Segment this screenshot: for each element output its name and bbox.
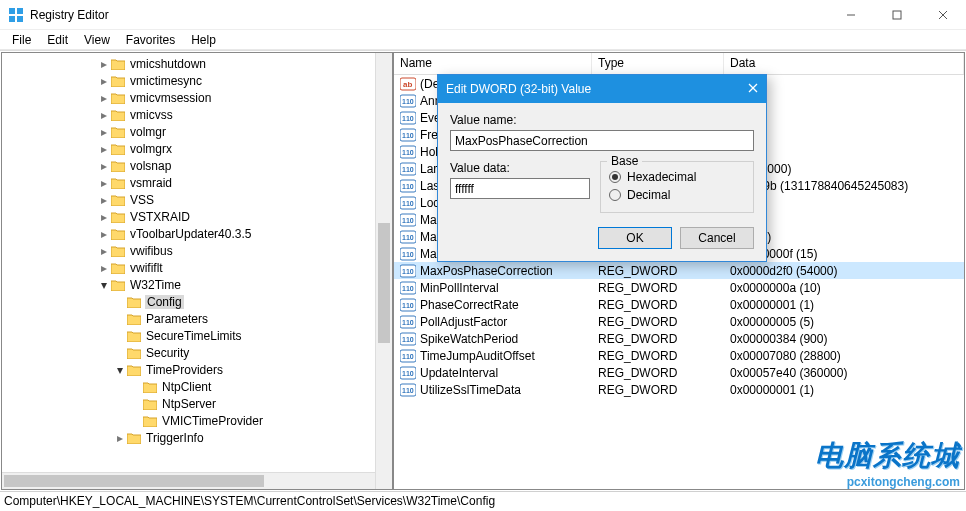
value-data: 0x00000001 (1) xyxy=(724,383,964,397)
chevron-right-icon[interactable]: ▸ xyxy=(98,142,110,156)
list-row[interactable]: 110UtilizeSslTimeDataREG_DWORD0x00000001… xyxy=(394,381,964,398)
dialog-titlebar[interactable]: Edit DWORD (32-bit) Value xyxy=(438,75,766,103)
ok-button[interactable]: OK xyxy=(598,227,672,249)
tree-node[interactable]: Security xyxy=(2,344,392,361)
value-data-field[interactable] xyxy=(450,178,590,199)
tree-node[interactable]: NtpClient xyxy=(2,378,392,395)
list-row[interactable]: 110TimeJumpAuditOffsetREG_DWORD0x0000708… xyxy=(394,347,964,364)
col-data[interactable]: Data xyxy=(724,53,964,74)
dword-value-icon: 110 xyxy=(400,297,416,313)
tree-node[interactable]: ▸vmicvmsession xyxy=(2,89,392,106)
tree-label: NtpServer xyxy=(161,397,217,411)
svg-rect-5 xyxy=(893,11,901,19)
chevron-right-icon[interactable]: ▸ xyxy=(98,57,110,71)
chevron-right-icon[interactable]: ▸ xyxy=(98,125,110,139)
tree-node[interactable]: ▸vwifibus xyxy=(2,242,392,259)
tree-node[interactable]: ▸TriggerInfo xyxy=(2,429,392,446)
value-name: MaxPosPhaseCorrection xyxy=(420,264,553,278)
tree-node[interactable]: VMICTimeProvider xyxy=(2,412,392,429)
cancel-button[interactable]: Cancel xyxy=(680,227,754,249)
tree-node[interactable]: ▸vsmraid xyxy=(2,174,392,191)
menu-edit[interactable]: Edit xyxy=(39,31,76,49)
tree-node[interactable]: ▾W32Time xyxy=(2,276,392,293)
tree-node[interactable]: ▸vmictimesync xyxy=(2,72,392,89)
tree-label: vmicvss xyxy=(129,108,174,122)
chevron-right-icon[interactable]: ▸ xyxy=(114,431,126,445)
value-data: 0x0000000a (10) xyxy=(724,281,964,295)
tree-label: vwififlt xyxy=(129,261,164,275)
tree-node[interactable]: ▸volsnap xyxy=(2,157,392,174)
radio-dec[interactable]: Decimal xyxy=(609,186,745,204)
tree-label: SecureTimeLimits xyxy=(145,329,243,343)
tree-node[interactable]: ▸volmgr xyxy=(2,123,392,140)
value-name-field[interactable] xyxy=(450,130,754,151)
folder-icon xyxy=(110,108,126,122)
tree-node[interactable]: Parameters xyxy=(2,310,392,327)
chevron-right-icon[interactable]: ▸ xyxy=(98,74,110,88)
menu-file[interactable]: File xyxy=(4,31,39,49)
tree-node[interactable]: Config xyxy=(2,293,392,310)
col-name[interactable]: Name xyxy=(394,53,592,74)
chevron-right-icon[interactable]: ▸ xyxy=(98,227,110,241)
chevron-right-icon[interactable]: ▸ xyxy=(98,108,110,122)
dword-value-icon: 110 xyxy=(400,263,416,279)
list-row[interactable]: 110PollAdjustFactorREG_DWORD0x00000005 (… xyxy=(394,313,964,330)
folder-icon xyxy=(110,125,126,139)
chevron-right-icon[interactable]: ▸ xyxy=(98,91,110,105)
tree-node[interactable]: ▸vmicshutdown xyxy=(2,55,392,72)
menu-help[interactable]: Help xyxy=(183,31,224,49)
dword-value-icon: 110 xyxy=(400,331,416,347)
tree-node[interactable]: ▸vmicvss xyxy=(2,106,392,123)
tree-node[interactable]: ▸VSS xyxy=(2,191,392,208)
tree-node[interactable]: NtpServer xyxy=(2,395,392,412)
tree-scrollbar-h[interactable] xyxy=(2,472,375,489)
folder-icon xyxy=(142,380,158,394)
value-data: 0x00000001 (1) xyxy=(724,298,964,312)
value-type: REG_DWORD xyxy=(592,383,724,397)
tree-node[interactable]: ▸VSTXRAID xyxy=(2,208,392,225)
chevron-down-icon[interactable]: ▾ xyxy=(98,278,110,292)
list-row[interactable]: 110MinPollIntervalREG_DWORD0x0000000a (1… xyxy=(394,279,964,296)
list-row[interactable]: 110MaxPosPhaseCorrectionREG_DWORD0x0000d… xyxy=(394,262,964,279)
menu-view[interactable]: View xyxy=(76,31,118,49)
tree-scrollbar-v[interactable] xyxy=(375,53,392,489)
chevron-right-icon[interactable]: ▸ xyxy=(98,210,110,224)
edit-dword-dialog: Edit DWORD (32-bit) Value Value name: Va… xyxy=(437,74,767,262)
tree-node[interactable]: ▸vToolbarUpdater40.3.5 xyxy=(2,225,392,242)
list-row[interactable]: 110UpdateIntervalREG_DWORD0x00057e40 (36… xyxy=(394,364,964,381)
list-row[interactable]: 110PhaseCorrectRateREG_DWORD0x00000001 (… xyxy=(394,296,964,313)
maximize-button[interactable] xyxy=(874,0,920,30)
radio-hex[interactable]: Hexadecimal xyxy=(609,168,745,186)
close-button[interactable] xyxy=(920,0,966,30)
tree-label: TriggerInfo xyxy=(145,431,205,445)
menu-favorites[interactable]: Favorites xyxy=(118,31,183,49)
folder-icon xyxy=(126,431,142,445)
chevron-right-icon[interactable]: ▸ xyxy=(98,261,110,275)
dword-value-icon: 110 xyxy=(400,127,416,143)
chevron-right-icon[interactable]: ▸ xyxy=(98,244,110,258)
list-header[interactable]: Name Type Data xyxy=(394,53,964,75)
minimize-button[interactable] xyxy=(828,0,874,30)
folder-icon xyxy=(126,329,142,343)
svg-text:110: 110 xyxy=(402,302,414,309)
tree-pane[interactable]: ▸vmicshutdown▸vmictimesync▸vmicvmsession… xyxy=(1,52,393,490)
dialog-close-icon[interactable] xyxy=(718,82,758,96)
chevron-down-icon[interactable]: ▾ xyxy=(114,363,126,377)
folder-icon xyxy=(110,244,126,258)
dword-value-icon: 110 xyxy=(400,280,416,296)
svg-text:110: 110 xyxy=(402,336,414,343)
dword-value-icon: 110 xyxy=(400,93,416,109)
tree-node[interactable]: ▸volmgrx xyxy=(2,140,392,157)
value-name: PollAdjustFactor xyxy=(420,315,507,329)
tree-node[interactable]: ▾TimeProviders xyxy=(2,361,392,378)
folder-icon xyxy=(110,57,126,71)
dword-value-icon: 110 xyxy=(400,382,416,398)
col-type[interactable]: Type xyxy=(592,53,724,74)
list-row[interactable]: 110SpikeWatchPeriodREG_DWORD0x00000384 (… xyxy=(394,330,964,347)
tree-node[interactable]: SecureTimeLimits xyxy=(2,327,392,344)
tree-node[interactable]: ▸vwififlt xyxy=(2,259,392,276)
chevron-right-icon[interactable]: ▸ xyxy=(98,193,110,207)
chevron-right-icon[interactable]: ▸ xyxy=(98,159,110,173)
tree-label: TimeProviders xyxy=(145,363,224,377)
chevron-right-icon[interactable]: ▸ xyxy=(98,176,110,190)
